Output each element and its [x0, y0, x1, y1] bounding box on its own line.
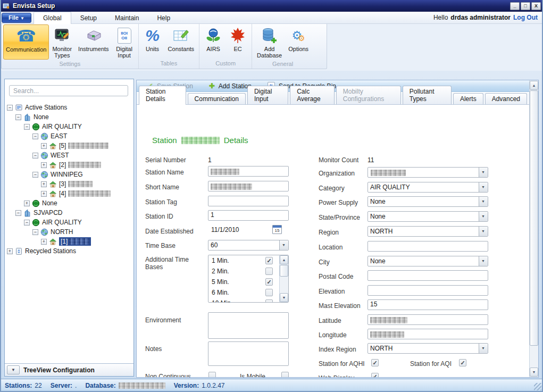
monitor-types-button[interactable]: Monitor Types	[49, 24, 75, 60]
expander-collapse-icon[interactable]	[32, 153, 38, 159]
station-tag-field[interactable]	[208, 196, 289, 206]
expander-collapse-icon[interactable]	[24, 124, 30, 130]
ribbon-tab-global[interactable]: Global	[34, 12, 71, 24]
organization-dropdown[interactable]	[367, 167, 488, 178]
tree-node-north[interactable]: NORTH	[6, 227, 132, 237]
logout-link[interactable]: Log Out	[513, 14, 538, 21]
vertical-scrollbar[interactable]: ▲ ▼	[529, 80, 538, 377]
tab-pollutant-types[interactable]: Pollutant Types	[403, 86, 452, 104]
non-continuous-checkbox[interactable]	[208, 372, 216, 378]
tab-communication[interactable]: Communication	[188, 93, 246, 104]
tab-alerts[interactable]: Alerts	[453, 93, 483, 104]
environment-field[interactable]	[208, 312, 289, 339]
chevron-down-icon[interactable]	[479, 344, 488, 353]
short-name-field[interactable]	[208, 181, 289, 191]
time-base-dropdown[interactable]: 60	[208, 240, 289, 251]
tab-calc-average[interactable]: Calc Average	[290, 86, 335, 104]
state-province-dropdown[interactable]: None	[367, 211, 488, 222]
ribbon-tab-help[interactable]: Help	[148, 12, 179, 23]
expander-expand-icon[interactable]	[24, 201, 30, 206]
expander-collapse-icon[interactable]	[32, 229, 38, 235]
constants-button[interactable]: Constants	[165, 24, 198, 59]
index-region-dropdown[interactable]: NORTH	[367, 343, 488, 354]
tree-node-station-4[interactable]: [4]	[6, 189, 132, 198]
latitude-field[interactable]	[367, 314, 488, 325]
tree-node-station-5[interactable]: [5]	[6, 141, 132, 151]
scroll-thumb[interactable]	[530, 90, 538, 346]
tab-digital-input[interactable]: Digital Input	[247, 86, 288, 104]
tree-node-active-stations[interactable]: Active Stations	[6, 103, 132, 112]
checkbox[interactable]: ✓	[265, 257, 273, 264]
web-display-checkbox[interactable]: ✓	[371, 373, 379, 378]
checkbox[interactable]	[265, 299, 273, 303]
scroll-down-icon[interactable]: ▼	[530, 368, 538, 377]
tree-node-none-1[interactable]: None	[6, 112, 132, 122]
options-button[interactable]: ⚙⚙ Options	[285, 24, 312, 60]
ec-button[interactable]: EC	[225, 24, 250, 59]
tree-node-air-quality-2[interactable]: AIR QUALITY	[6, 218, 132, 227]
station-for-aqhi-checkbox[interactable]: ✓	[371, 359, 379, 366]
expander-collapse-icon[interactable]	[15, 210, 21, 216]
elevation-field[interactable]	[367, 285, 488, 296]
region-dropdown[interactable]: NORTH	[367, 226, 488, 237]
tree-node-air-quality-1[interactable]: AIR QUALITY	[6, 122, 132, 131]
list-item[interactable]: 1 Min.✓	[208, 255, 288, 266]
longitude-field[interactable]	[367, 329, 488, 339]
expander-expand-icon[interactable]	[41, 162, 47, 168]
tree-node-sjvapcd[interactable]: SJVAPCD	[6, 208, 132, 218]
chevron-down-icon[interactable]	[479, 212, 488, 221]
expander-collapse-icon[interactable]	[7, 105, 13, 111]
station-name-field[interactable]	[208, 166, 289, 177]
expander-collapse-icon[interactable]	[15, 114, 21, 120]
notes-field[interactable]	[208, 341, 289, 366]
checkbox[interactable]	[265, 268, 273, 275]
close-button[interactable]: X	[531, 2, 541, 10]
list-item[interactable]: 6 Min.	[208, 287, 288, 298]
communication-button[interactable]: ☎ Communication	[3, 24, 49, 60]
chevron-down-icon[interactable]	[479, 182, 488, 192]
station-id-field[interactable]: 1	[208, 210, 289, 221]
expander-expand-icon[interactable]	[41, 143, 47, 149]
scroll-up-icon[interactable]: ▲	[280, 255, 288, 264]
ribbon-tab-maintain[interactable]: Maintain	[106, 12, 148, 23]
expander-collapse-icon[interactable]	[32, 134, 38, 139]
expander-expand-icon[interactable]	[41, 239, 47, 245]
tree-node-winnipeg[interactable]: WINNIPEG	[6, 170, 132, 179]
units-button[interactable]: % Units	[140, 24, 165, 59]
chevron-down-icon[interactable]	[479, 256, 488, 266]
ribbon-tab-setup[interactable]: Setup	[71, 12, 106, 23]
tree-node-none-2[interactable]: None	[6, 198, 132, 208]
scroll-thumb[interactable]	[280, 265, 288, 277]
scroll-down-icon[interactable]: ▼	[280, 293, 288, 302]
chevron-down-icon[interactable]: ▼	[7, 365, 20, 374]
is-mobile-checkbox[interactable]	[281, 372, 289, 378]
tree-node-west[interactable]: WEST	[6, 151, 132, 160]
search-input[interactable]	[9, 85, 128, 96]
expander-collapse-icon[interactable]	[24, 220, 30, 226]
expander-collapse-icon[interactable]	[32, 172, 38, 178]
resize-grip[interactable]	[534, 383, 541, 390]
tree-node-station-2[interactable]: [2]	[6, 160, 132, 170]
tree-node-station-3[interactable]: [3]	[6, 179, 132, 189]
calendar-icon[interactable]: 15	[272, 225, 282, 234]
airs-button[interactable]: AIRS	[201, 24, 225, 59]
chevron-down-icon[interactable]	[279, 240, 288, 250]
list-item[interactable]: 5 Min.✓	[208, 277, 288, 287]
tree-node-recycled-stations[interactable]: Recycled Stations	[6, 246, 132, 256]
digital-input-button[interactable]: IIOI OII Digital Input	[112, 24, 137, 60]
tab-station-details[interactable]: Station Details	[139, 86, 186, 105]
category-dropdown[interactable]: AIR QUALITY	[367, 182, 488, 193]
list-item[interactable]: 2 Min.	[208, 266, 288, 277]
add-database-button[interactable]: Add Database	[254, 24, 285, 60]
expander-expand-icon[interactable]	[41, 191, 47, 197]
file-menu-button[interactable]: File ▼	[2, 13, 31, 23]
tree-node-station-1-selected[interactable]: [1]	[6, 237, 132, 246]
chevron-down-icon[interactable]	[479, 168, 488, 177]
list-item[interactable]: 10 Min.	[208, 298, 288, 303]
mast-elevation-field[interactable]: 15	[367, 299, 488, 310]
location-field[interactable]	[367, 241, 488, 252]
checkbox[interactable]	[265, 289, 273, 296]
postal-code-field[interactable]	[367, 270, 488, 281]
station-for-aqi-checkbox[interactable]: ✓	[459, 359, 466, 366]
instruments-button[interactable]: Instruments	[75, 24, 112, 60]
